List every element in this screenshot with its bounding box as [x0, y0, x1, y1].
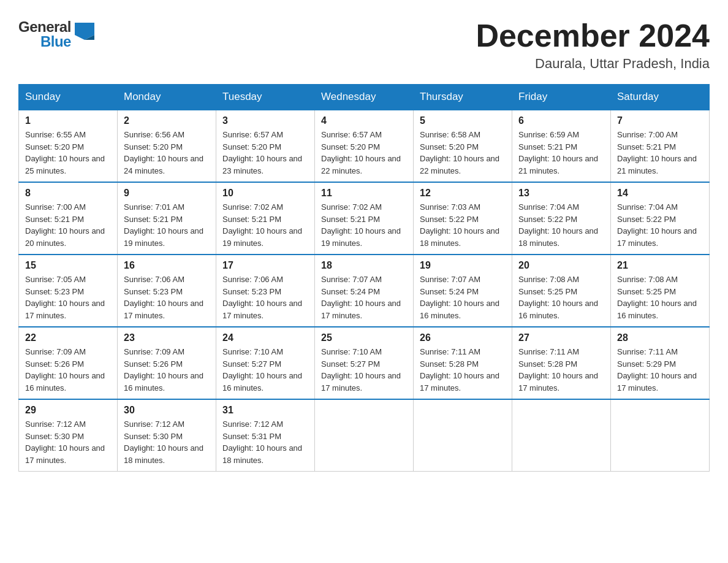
day-number: 28	[617, 332, 703, 343]
day-info: Sunrise: 7:10 AMSunset: 5:27 PMDaylight:…	[222, 346, 308, 394]
day-info: Sunrise: 7:02 AMSunset: 5:21 PMDaylight:…	[222, 201, 308, 249]
calendar-cell: 9Sunrise: 7:01 AMSunset: 5:21 PMDaylight…	[118, 182, 216, 255]
calendar-cell: 15Sunrise: 7:05 AMSunset: 5:23 PMDayligh…	[19, 255, 118, 327]
calendar-subtitle: Daurala, Uttar Pradesh, India	[476, 56, 710, 72]
day-number: 17	[222, 260, 308, 271]
logo: General Blue	[18, 18, 94, 50]
day-info: Sunrise: 7:08 AMSunset: 5:25 PMDaylight:…	[617, 274, 703, 321]
day-info: Sunrise: 7:09 AMSunset: 5:26 PMDaylight:…	[25, 346, 111, 394]
day-number: 15	[25, 260, 111, 271]
calendar-cell: 3Sunrise: 6:57 AMSunset: 5:20 PMDaylight…	[216, 110, 315, 182]
day-number: 20	[518, 260, 604, 271]
day-number: 23	[124, 332, 210, 343]
day-number: 2	[124, 115, 210, 126]
calendar-header-row: SundayMondayTuesdayWednesdayThursdayFrid…	[19, 85, 710, 110]
day-number: 6	[518, 115, 604, 126]
day-number: 18	[321, 260, 407, 271]
day-number: 27	[518, 332, 604, 343]
day-info: Sunrise: 6:57 AMSunset: 5:20 PMDaylight:…	[222, 129, 308, 177]
calendar-cell: 20Sunrise: 7:08 AMSunset: 5:25 PMDayligh…	[512, 255, 611, 327]
day-info: Sunrise: 7:07 AMSunset: 5:24 PMDaylight:…	[321, 274, 407, 321]
day-info: Sunrise: 7:00 AMSunset: 5:21 PMDaylight:…	[25, 201, 111, 249]
day-info: Sunrise: 7:11 AMSunset: 5:29 PMDaylight:…	[617, 346, 703, 394]
day-info: Sunrise: 7:03 AMSunset: 5:22 PMDaylight:…	[420, 201, 506, 249]
header-saturday: Saturday	[611, 85, 710, 110]
week-row-3: 15Sunrise: 7:05 AMSunset: 5:23 PMDayligh…	[19, 255, 710, 327]
calendar-cell: 11Sunrise: 7:02 AMSunset: 5:21 PMDayligh…	[315, 182, 414, 255]
header-thursday: Thursday	[414, 85, 512, 110]
calendar-cell: 18Sunrise: 7:07 AMSunset: 5:24 PMDayligh…	[315, 255, 414, 327]
day-info: Sunrise: 7:10 AMSunset: 5:27 PMDaylight:…	[321, 346, 407, 394]
header-tuesday: Tuesday	[216, 85, 315, 110]
header-monday: Monday	[118, 85, 216, 110]
calendar-cell	[315, 399, 414, 472]
day-info: Sunrise: 7:07 AMSunset: 5:24 PMDaylight:…	[420, 274, 506, 321]
day-info: Sunrise: 7:12 AMSunset: 5:31 PMDaylight:…	[222, 418, 308, 466]
calendar-cell: 30Sunrise: 7:12 AMSunset: 5:30 PMDayligh…	[118, 399, 216, 472]
calendar-cell: 10Sunrise: 7:02 AMSunset: 5:21 PMDayligh…	[216, 182, 315, 255]
week-row-5: 29Sunrise: 7:12 AMSunset: 5:30 PMDayligh…	[19, 399, 710, 472]
calendar-cell: 29Sunrise: 7:12 AMSunset: 5:30 PMDayligh…	[19, 399, 118, 472]
calendar-cell: 2Sunrise: 6:56 AMSunset: 5:20 PMDaylight…	[118, 110, 216, 182]
calendar-cell: 6Sunrise: 6:59 AMSunset: 5:21 PMDaylight…	[512, 110, 611, 182]
day-number: 4	[321, 115, 407, 126]
calendar-cell: 26Sunrise: 7:11 AMSunset: 5:28 PMDayligh…	[414, 327, 512, 399]
day-number: 30	[124, 405, 210, 416]
page-header: General Blue December 2024 Daurala, Utta…	[18, 18, 710, 72]
day-number: 3	[222, 115, 308, 126]
header-sunday: Sunday	[19, 85, 118, 110]
calendar-cell: 7Sunrise: 7:00 AMSunset: 5:21 PMDaylight…	[611, 110, 710, 182]
calendar-cell	[414, 399, 512, 472]
calendar-cell: 12Sunrise: 7:03 AMSunset: 5:22 PMDayligh…	[414, 182, 512, 255]
logo-icon	[75, 23, 94, 42]
day-info: Sunrise: 7:11 AMSunset: 5:28 PMDaylight:…	[518, 346, 604, 394]
day-number: 26	[420, 332, 506, 343]
header-wednesday: Wednesday	[315, 85, 414, 110]
header-friday: Friday	[512, 85, 611, 110]
day-number: 31	[222, 405, 308, 416]
day-number: 11	[321, 188, 407, 199]
day-info: Sunrise: 7:06 AMSunset: 5:23 PMDaylight:…	[124, 274, 210, 321]
logo-blue: Blue	[40, 33, 71, 50]
calendar-title: December 2024	[476, 18, 710, 53]
day-number: 12	[420, 188, 506, 199]
calendar-cell: 24Sunrise: 7:10 AMSunset: 5:27 PMDayligh…	[216, 327, 315, 399]
week-row-2: 8Sunrise: 7:00 AMSunset: 5:21 PMDaylight…	[19, 182, 710, 255]
day-number: 25	[321, 332, 407, 343]
day-number: 7	[617, 115, 703, 126]
calendar-cell: 19Sunrise: 7:07 AMSunset: 5:24 PMDayligh…	[414, 255, 512, 327]
day-number: 21	[617, 260, 703, 271]
day-number: 10	[222, 188, 308, 199]
calendar-title-area: December 2024 Daurala, Uttar Pradesh, In…	[476, 18, 710, 72]
calendar-cell: 1Sunrise: 6:55 AMSunset: 5:20 PMDaylight…	[19, 110, 118, 182]
calendar-cell	[512, 399, 611, 472]
calendar-cell: 14Sunrise: 7:04 AMSunset: 5:22 PMDayligh…	[611, 182, 710, 255]
calendar-table: SundayMondayTuesdayWednesdayThursdayFrid…	[18, 84, 710, 472]
calendar-cell: 16Sunrise: 7:06 AMSunset: 5:23 PMDayligh…	[118, 255, 216, 327]
day-number: 16	[124, 260, 210, 271]
day-info: Sunrise: 6:55 AMSunset: 5:20 PMDaylight:…	[25, 129, 111, 177]
day-number: 9	[124, 188, 210, 199]
calendar-cell: 21Sunrise: 7:08 AMSunset: 5:25 PMDayligh…	[611, 255, 710, 327]
calendar-cell: 13Sunrise: 7:04 AMSunset: 5:22 PMDayligh…	[512, 182, 611, 255]
calendar-cell: 31Sunrise: 7:12 AMSunset: 5:31 PMDayligh…	[216, 399, 315, 472]
week-row-4: 22Sunrise: 7:09 AMSunset: 5:26 PMDayligh…	[19, 327, 710, 399]
day-info: Sunrise: 7:11 AMSunset: 5:28 PMDaylight:…	[420, 346, 506, 394]
day-info: Sunrise: 7:12 AMSunset: 5:30 PMDaylight:…	[124, 418, 210, 466]
calendar-cell: 22Sunrise: 7:09 AMSunset: 5:26 PMDayligh…	[19, 327, 118, 399]
day-info: Sunrise: 7:04 AMSunset: 5:22 PMDaylight:…	[617, 201, 703, 249]
calendar-cell: 27Sunrise: 7:11 AMSunset: 5:28 PMDayligh…	[512, 327, 611, 399]
calendar-cell: 17Sunrise: 7:06 AMSunset: 5:23 PMDayligh…	[216, 255, 315, 327]
day-number: 1	[25, 115, 111, 126]
day-number: 19	[420, 260, 506, 271]
week-row-1: 1Sunrise: 6:55 AMSunset: 5:20 PMDaylight…	[19, 110, 710, 182]
day-info: Sunrise: 7:02 AMSunset: 5:21 PMDaylight:…	[321, 201, 407, 249]
day-info: Sunrise: 6:59 AMSunset: 5:21 PMDaylight:…	[518, 129, 604, 177]
calendar-cell: 4Sunrise: 6:57 AMSunset: 5:20 PMDaylight…	[315, 110, 414, 182]
calendar-cell: 25Sunrise: 7:10 AMSunset: 5:27 PMDayligh…	[315, 327, 414, 399]
day-info: Sunrise: 7:06 AMSunset: 5:23 PMDaylight:…	[222, 274, 308, 321]
day-number: 22	[25, 332, 111, 343]
day-number: 14	[617, 188, 703, 199]
day-info: Sunrise: 6:57 AMSunset: 5:20 PMDaylight:…	[321, 129, 407, 177]
day-info: Sunrise: 7:00 AMSunset: 5:21 PMDaylight:…	[617, 129, 703, 177]
